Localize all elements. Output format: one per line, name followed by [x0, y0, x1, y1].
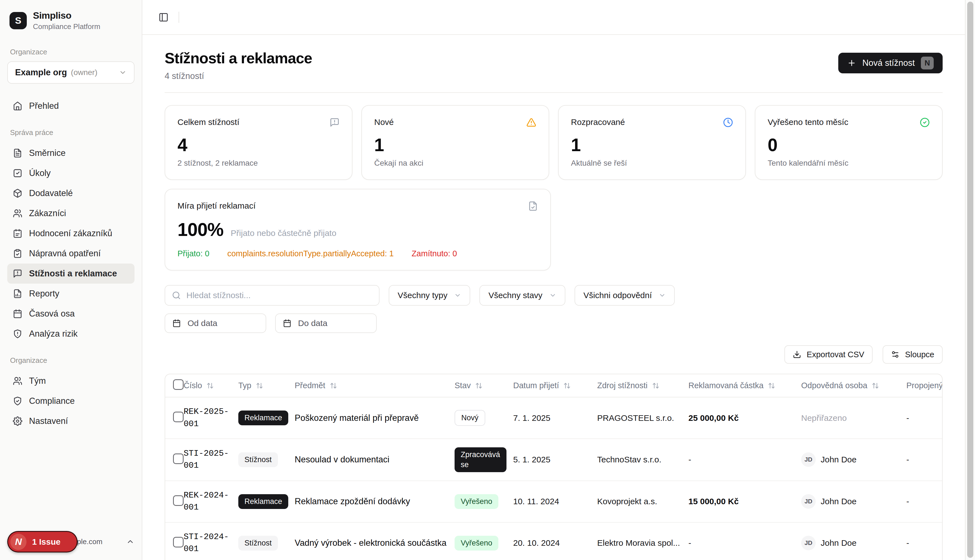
sidebar-item-reporty[interactable]: Reporty [7, 283, 135, 304]
nav-group-label-sprava-prace: Správa práce [10, 128, 132, 137]
sort-icon[interactable] [330, 382, 337, 389]
filter-dropdown-vsechny-stavy[interactable]: Všechny stavy [479, 285, 565, 306]
column-header-odpovedna-osoba[interactable]: Odpovědná osoba [801, 374, 907, 397]
sidebar-item-analyza-rizik[interactable]: Analýza rizik [7, 324, 135, 344]
column-header-reklamovana-castka[interactable]: Reklamovaná částka [688, 374, 801, 397]
sort-icon[interactable] [652, 382, 659, 389]
message-square-warning-icon [13, 269, 22, 278]
received-date: 7. 1. 2025 [513, 413, 550, 423]
sidebar-item-label: Reporty [29, 288, 59, 299]
app-logo: S [10, 12, 27, 29]
column-header-cislo[interactable]: Číslo [184, 374, 238, 397]
assignee-name: John Doe [821, 497, 856, 506]
sidebar-toggle-button[interactable] [156, 10, 171, 25]
sidebar-item-prehled[interactable]: Přehled [7, 96, 135, 116]
type-badge: Stížnost [238, 536, 278, 550]
column-header-stav[interactable]: Stav [454, 374, 513, 397]
column-header-zdroj-stiznosti[interactable]: Zdroj stížnosti [597, 374, 688, 397]
users-icon [13, 208, 22, 218]
sort-icon[interactable] [207, 382, 214, 389]
row-checkbox[interactable] [173, 412, 184, 422]
received-date: 20. 10. 2024 [513, 538, 560, 547]
sort-icon[interactable] [563, 382, 571, 389]
sort-icon[interactable] [872, 382, 879, 389]
filter-dropdown-vsechny-typy[interactable]: Všechny typy [389, 285, 470, 306]
sidebar-user-row[interactable]: ple.com N 1 Issue [7, 530, 135, 553]
main-area: Stížnosti a reklamace 4 stížností Nová s… [142, 0, 965, 560]
app-tagline: Compliance Platform [33, 22, 100, 31]
column-header-propojeny[interactable]: Propojený [907, 374, 943, 397]
sidebar-item-napravna-opatreni[interactable]: Nápravná opatření [7, 243, 135, 263]
type-badge: Reklamace [238, 494, 288, 509]
sort-icon[interactable] [768, 382, 775, 389]
sidebar-item-hodnoceni-zakazniku[interactable]: Hodnocení zákazníků [7, 223, 135, 243]
sidebar-item-tym[interactable]: Tým [7, 371, 135, 391]
sidebar-item-label: Úkoly [29, 168, 51, 178]
table-row-sti-2024-001[interactable]: STI-2024-001StížnostVadný výrobek - elek… [165, 522, 943, 560]
date-to-input[interactable]: Do data [275, 313, 377, 333]
search-input[interactable] [186, 290, 372, 300]
acceptance-breakdown: Přijato: 0complaints.resolutionType.part… [177, 249, 538, 258]
sidebar-item-zakaznici[interactable]: Zákazníci [7, 203, 135, 223]
column-header-predmet[interactable]: Předmět [295, 374, 454, 397]
home-icon [13, 101, 22, 111]
message-square-warning-icon [330, 117, 340, 127]
sidebar-item-stiznosti-a-reklamace[interactable]: Stížnosti a reklamace [7, 263, 135, 283]
linked-value: - [907, 538, 909, 547]
stat-card-subtitle: 2 stížnost, 2 reklamace [177, 159, 340, 168]
row-checkbox[interactable] [173, 537, 184, 547]
sort-icon[interactable] [256, 382, 263, 389]
sidebar-item-dodavatele[interactable]: Dodavatelé [7, 183, 135, 203]
row-checkbox[interactable] [173, 453, 184, 464]
sidebar-item-label: Dodavatelé [29, 188, 73, 198]
chevron-up-icon[interactable] [126, 537, 135, 546]
vertical-scrollbar[interactable] [965, 0, 975, 560]
chevron-down-icon [659, 292, 666, 299]
page-content: Stížnosti a reklamace 4 stížností Nová s… [142, 35, 965, 560]
table-row-rek-2024-001[interactable]: REK-2024-001ReklamaceReklamace zpoždění … [165, 481, 943, 522]
column-header-typ[interactable]: Typ [238, 374, 295, 397]
filter-dropdown-label: Všichni odpovědní [583, 291, 652, 300]
columns-button[interactable]: Sloupce [883, 345, 943, 364]
type-badge: Stížnost [238, 452, 278, 467]
stat-card-subtitle: Tento kalendářní měsíc [768, 159, 930, 168]
export-csv-button[interactable]: Exportovat CSV [785, 345, 873, 364]
table-row-rek-2025-001[interactable]: REK-2025-001ReklamacePoškozený materiál … [165, 397, 943, 439]
filter-dropdown-vsichni-odpovedni[interactable]: Všichni odpovědní [574, 285, 675, 306]
table-row-sti-2025-001[interactable]: STI-2025-001StížnostNesoulad v dokumenta… [165, 439, 943, 481]
square-check-icon [13, 168, 22, 178]
complaint-number: STI-2025-001 [184, 449, 229, 470]
close-icon[interactable] [67, 538, 74, 545]
calendar-icon [172, 319, 181, 327]
clipboard-check-icon [13, 249, 22, 258]
sidebar-item-ukoly[interactable]: Úkoly [7, 163, 135, 183]
complaint-number: REK-2025-001 [184, 407, 229, 428]
row-checkbox[interactable] [173, 495, 184, 506]
org-selector[interactable]: Example org (owner) [7, 62, 135, 84]
settings-icon [13, 417, 22, 426]
sort-icon[interactable] [475, 382, 482, 389]
column-header-datum-prijeti[interactable]: Datum přijetí [513, 374, 597, 397]
sidebar-item-compliance[interactable]: Compliance [7, 391, 135, 411]
clock-icon [723, 117, 733, 127]
sidebar-item-nastaveni[interactable]: Nastavení [7, 411, 135, 431]
acceptance-breakdown-item: Přijato: 0 [177, 249, 209, 258]
new-complaint-button[interactable]: Nová stížnost N [838, 53, 943, 73]
topbar-divider [179, 12, 179, 23]
table-toolbar: Exportovat CSV Sloupce [165, 345, 943, 364]
stat-card-title: Nové [374, 117, 394, 127]
vertical-scrollbar-thumb[interactable] [967, 2, 973, 558]
select-all-checkbox[interactable] [173, 379, 184, 390]
sidebar-item-label: Zákazníci [29, 208, 66, 218]
panel-left-icon [159, 12, 169, 22]
complaint-subject: Nesoulad v dokumentaci [295, 455, 389, 464]
sidebar-item-smernice[interactable]: Směrnice [7, 143, 135, 163]
shortcut-key-badge: N [921, 57, 934, 70]
date-from-input[interactable]: Od data [165, 313, 266, 333]
dev-issue-badge[interactable]: N 1 Issue [7, 531, 78, 552]
page-title: Stížnosti a reklamace [165, 49, 312, 67]
stat-card-title: Celkem stížností [177, 117, 239, 127]
sidebar-item-label: Hodnocení zákazníků [29, 228, 112, 238]
claimed-amount: - [688, 538, 691, 547]
sidebar-item-casova-osa[interactable]: Časová osa [7, 304, 135, 324]
